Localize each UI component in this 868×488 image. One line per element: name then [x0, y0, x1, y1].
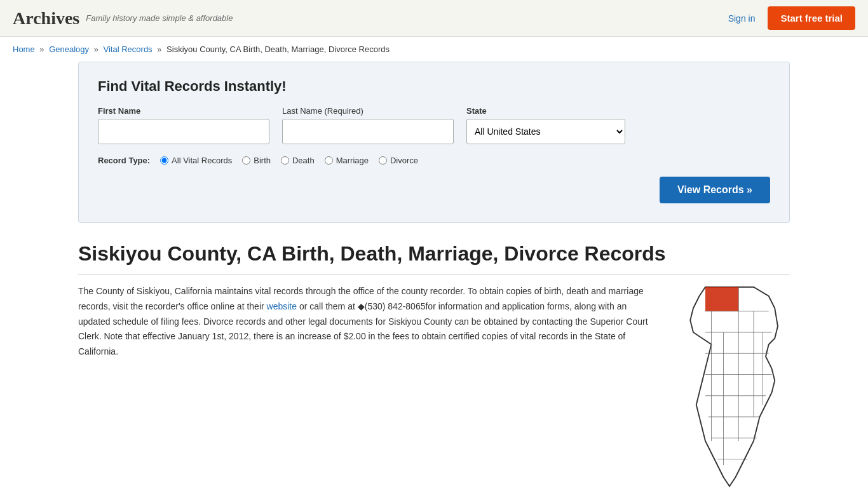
- page-title: Siskiyou County, CA Birth, Death, Marria…: [78, 242, 790, 275]
- first-name-input[interactable]: [98, 119, 269, 144]
- search-footer: View Records »: [98, 177, 770, 203]
- radio-marriage[interactable]: Marriage: [325, 156, 369, 165]
- content-description: The County of Siskiyou, California maint…: [78, 284, 650, 488]
- last-name-label: Last Name (Required): [282, 106, 454, 116]
- website-link[interactable]: website: [267, 301, 297, 311]
- state-label: State: [466, 106, 625, 116]
- radio-divorce[interactable]: Divorce: [379, 156, 418, 165]
- radio-all-vital[interactable]: All Vital Records: [160, 156, 232, 165]
- first-name-label: First Name: [98, 106, 269, 116]
- svg-rect-1: [705, 287, 738, 311]
- header-right: Sign in Start free trial: [728, 6, 855, 30]
- search-title: Find Vital Records Instantly!: [98, 78, 770, 95]
- start-trial-button[interactable]: Start free trial: [768, 6, 855, 30]
- description-paragraph: The County of Siskiyou, California maint…: [78, 284, 650, 360]
- breadcrumb: Home » Genealogy » Vital Records » Siski…: [0, 37, 868, 62]
- state-select[interactable]: All United States: [466, 119, 625, 144]
- search-box: Find Vital Records Instantly! First Name…: [78, 62, 790, 223]
- ca-map-svg: [669, 284, 790, 488]
- site-header: Archives Family history made simple & af…: [0, 0, 868, 37]
- search-fields: First Name Last Name (Required) State Al…: [98, 106, 770, 144]
- record-type-label: Record Type:: [98, 156, 150, 165]
- california-map: [669, 284, 790, 488]
- view-records-button[interactable]: View Records »: [660, 177, 770, 203]
- first-name-group: First Name: [98, 106, 269, 144]
- radio-all-vital-input[interactable]: [160, 156, 168, 165]
- breadcrumb-home[interactable]: Home: [13, 44, 35, 54]
- content-area: The County of Siskiyou, California maint…: [78, 284, 790, 488]
- radio-marriage-input[interactable]: [325, 156, 333, 165]
- breadcrumb-current: Siskiyou County, CA Birth, Death, Marria…: [166, 44, 390, 54]
- radio-birth[interactable]: Birth: [242, 156, 271, 165]
- last-name-input[interactable]: [282, 119, 454, 144]
- header-left: Archives Family history made simple & af…: [13, 8, 233, 29]
- breadcrumb-sep-3: »: [157, 44, 161, 54]
- site-logo: Archives: [13, 8, 79, 29]
- radio-death[interactable]: Death: [281, 156, 315, 165]
- state-group: State All United States: [466, 106, 625, 144]
- sign-in-link[interactable]: Sign in: [728, 13, 756, 24]
- svg-marker-0: [690, 287, 778, 487]
- breadcrumb-genealogy[interactable]: Genealogy: [49, 44, 89, 54]
- breadcrumb-sep-2: »: [94, 44, 98, 54]
- record-type-row: Record Type: All Vital Records Birth Dea…: [98, 156, 770, 165]
- breadcrumb-sep-1: »: [39, 44, 44, 54]
- site-tagline: Family history made simple & affordable: [86, 13, 233, 23]
- radio-death-input[interactable]: [281, 156, 289, 165]
- last-name-group: Last Name (Required): [282, 106, 454, 144]
- radio-birth-input[interactable]: [242, 156, 250, 165]
- breadcrumb-vital-records[interactable]: Vital Records: [104, 44, 153, 54]
- radio-divorce-input[interactable]: [379, 156, 387, 165]
- main-content: Find Vital Records Instantly! First Name…: [65, 62, 803, 488]
